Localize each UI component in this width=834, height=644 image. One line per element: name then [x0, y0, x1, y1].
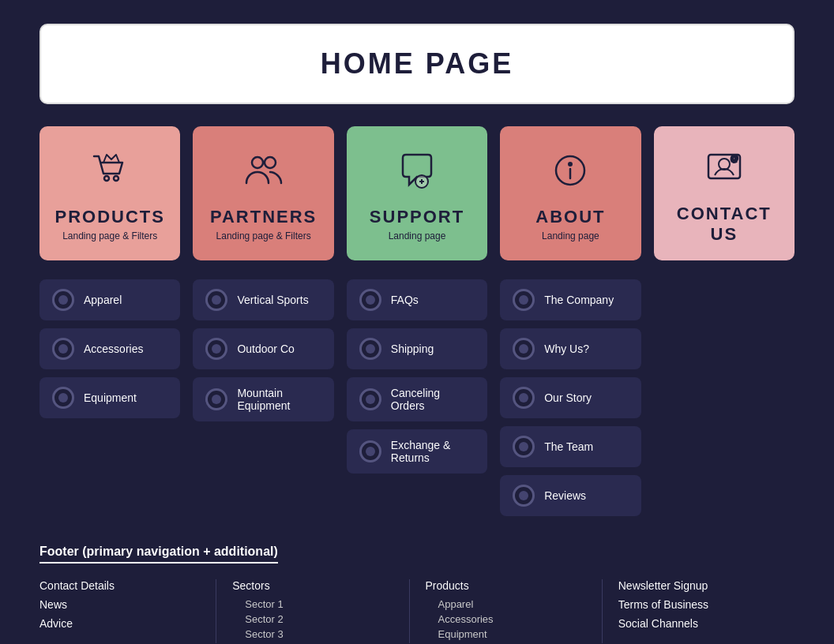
list-item-dot — [359, 289, 381, 311]
list-item[interactable]: Shipping — [347, 328, 487, 369]
list-item[interactable]: The Company — [500, 279, 641, 320]
lists-row: Apparel Accessories Equipment Vertical S… — [39, 279, 795, 516]
list-item[interactable]: Outdoor Co — [193, 328, 333, 369]
footer-col-3-title: Products — [426, 579, 586, 592]
list-item-label: FAQs — [391, 294, 419, 306]
list-item-dot — [513, 338, 535, 360]
list-item-dot — [52, 289, 74, 311]
list-item[interactable]: Vertical Sports — [193, 279, 333, 320]
list-item-label: Outdoor Co — [237, 343, 294, 355]
list-item-dot — [359, 440, 381, 462]
list-item-dot — [205, 289, 227, 311]
list-item-label: Mountain Equipment — [237, 387, 321, 412]
cards-row: PRODUCTS Landing page & Filters PARTNERS… — [39, 126, 795, 260]
page-title: HOME PAGE — [41, 47, 793, 80]
footer-cols: Contact Details News Advice Sectors Sect… — [39, 579, 795, 643]
contact-icon: @ — [702, 145, 746, 196]
footer-col-3: Products Apparel Accessories Equipment — [426, 579, 603, 643]
partners-card-title: PARTNERS — [210, 207, 317, 227]
list-item-dot — [359, 338, 381, 360]
card-about[interactable]: ABOUT Landing page — [500, 126, 641, 260]
list-item[interactable]: Accessories — [39, 328, 180, 369]
list-item-label: Why Us? — [544, 343, 589, 355]
footer-section: Footer (primary navigation + additional)… — [39, 545, 795, 643]
contact-card-title: CONTACTUS — [677, 204, 772, 245]
list-item[interactable]: Our Story — [500, 377, 641, 418]
products-list-col: Apparel Accessories Equipment — [39, 279, 180, 516]
footer-col-3-item[interactable]: Equipment — [426, 628, 586, 640]
svg-point-2 — [252, 157, 263, 168]
list-item-label: Shipping — [391, 343, 434, 355]
list-item[interactable]: Canceling Orders — [347, 377, 487, 421]
partners-card-subtitle: Landing page & Filters — [216, 230, 311, 242]
list-item[interactable]: Mountain Equipment — [193, 377, 333, 421]
card-support[interactable]: SUPPORT Landing page — [347, 126, 487, 260]
list-item[interactable]: Exchange & Returns — [347, 429, 487, 474]
support-card-title: SUPPORT — [370, 207, 464, 227]
list-item-label: Vertical Sports — [237, 294, 308, 306]
about-card-title: ABOUT — [535, 207, 605, 227]
about-list-col: The Company Why Us? Our Story The Team R… — [500, 279, 641, 516]
footer-col-4: Newsletter Signup Terms of Business Soci… — [618, 579, 795, 643]
list-item-label: Apparel — [84, 294, 122, 306]
footer-col-4-item[interactable]: Social Channels — [618, 617, 779, 630]
svg-point-11 — [719, 159, 730, 170]
footer-col-3-item[interactable]: Accessories — [426, 613, 586, 625]
footer-col-1-item[interactable]: Contact Details — [39, 579, 200, 592]
list-item-dot — [513, 289, 535, 311]
cart-icon — [88, 148, 132, 199]
list-item[interactable]: Apparel — [39, 279, 180, 320]
footer-col-4-item[interactable]: Terms of Business — [618, 598, 779, 611]
footer-col-2-title: Sectors — [232, 579, 393, 592]
list-item-label: The Company — [544, 294, 614, 306]
card-products[interactable]: PRODUCTS Landing page & Filters — [39, 126, 180, 260]
support-list-col: FAQs Shipping Canceling Orders Exchange … — [347, 279, 487, 516]
footer-col-1-item[interactable]: Advice — [39, 617, 200, 630]
list-item-label: The Team — [544, 440, 593, 453]
about-card-subtitle: Landing page — [542, 230, 599, 242]
people-icon — [242, 148, 286, 199]
list-item-label: Accessories — [84, 343, 143, 355]
footer-col-3-item[interactable]: Apparel — [426, 598, 586, 610]
list-item-dot — [52, 387, 74, 409]
footer-col-2-item[interactable]: Sector 1 — [232, 598, 393, 610]
partners-list-col: Vertical Sports Outdoor Co Mountain Equi… — [193, 279, 333, 516]
list-item[interactable]: Reviews — [500, 475, 641, 516]
products-card-title: PRODUCTS — [54, 207, 164, 227]
svg-point-1 — [114, 176, 118, 181]
list-item-label: Canceling Orders — [391, 387, 475, 412]
products-card-subtitle: Landing page & Filters — [62, 230, 157, 242]
list-item[interactable]: Equipment — [39, 377, 180, 418]
list-item-dot — [513, 485, 535, 507]
list-item-label: Reviews — [544, 489, 586, 502]
footer-col-2-item[interactable]: Sector 2 — [232, 613, 393, 625]
card-partners[interactable]: PARTNERS Landing page & Filters — [193, 126, 333, 260]
info-icon — [548, 148, 592, 199]
list-item[interactable]: FAQs — [347, 279, 487, 320]
list-item-dot — [513, 436, 535, 458]
contact-list-col — [654, 279, 795, 516]
list-item-dot — [52, 338, 74, 360]
footer-col-2: Sectors Sector 1 Sector 2 Sector 3 — [232, 579, 409, 643]
chat-icon — [395, 148, 439, 199]
footer-col-4-item[interactable]: Newsletter Signup — [618, 579, 779, 592]
svg-point-9 — [569, 163, 572, 166]
list-item-dot — [359, 388, 381, 410]
list-item-dot — [205, 338, 227, 360]
footer-label: Footer (primary navigation + additional) — [39, 545, 278, 564]
svg-point-0 — [104, 176, 109, 181]
footer-col-1: Contact Details News Advice — [39, 579, 216, 643]
list-item-label: Equipment — [84, 391, 137, 404]
page-wrapper: HOME PAGE PRODUCTS Landing page & Filter… — [0, 0, 834, 644]
list-item[interactable]: The Team — [500, 426, 641, 467]
home-header: HOME PAGE — [39, 24, 795, 104]
support-card-subtitle: Landing page — [389, 230, 446, 242]
footer-col-2-item[interactable]: Sector 3 — [232, 628, 393, 640]
list-item[interactable]: Why Us? — [500, 328, 641, 369]
list-item-dot — [205, 388, 227, 410]
card-contact[interactable]: @ CONTACTUS — [654, 126, 795, 260]
list-item-label: Our Story — [544, 391, 592, 404]
footer-col-1-item[interactable]: News — [39, 598, 200, 611]
svg-point-3 — [265, 157, 276, 168]
list-item-label: Exchange & Returns — [391, 439, 475, 464]
